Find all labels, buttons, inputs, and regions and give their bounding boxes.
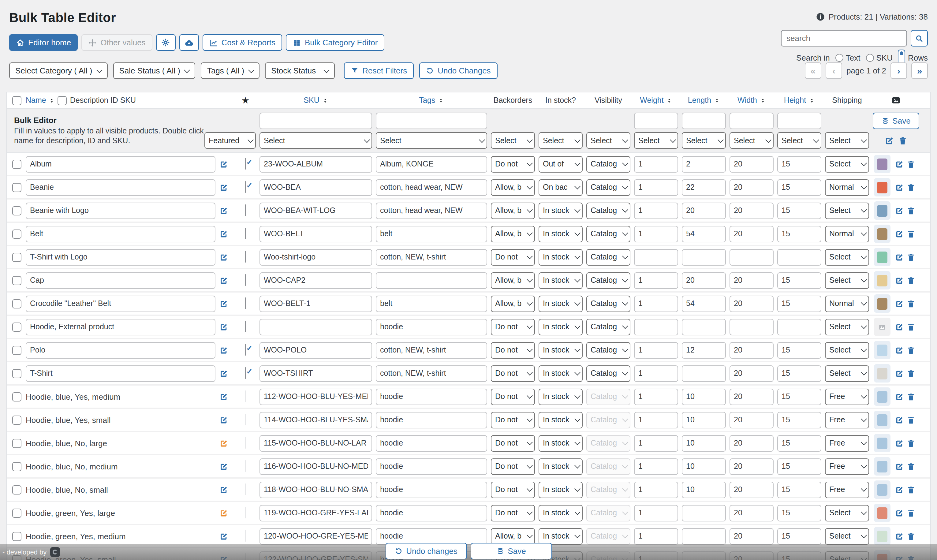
tags-input[interactable]	[376, 365, 487, 382]
backorders-select[interactable]: Allow, b	[491, 202, 535, 219]
visibility-select[interactable]: Catalog	[586, 179, 630, 195]
length-input[interactable]	[682, 435, 726, 451]
visibility-select[interactable]: Catalog	[586, 156, 630, 172]
length-input[interactable]	[682, 202, 726, 219]
height-input[interactable]	[777, 505, 821, 521]
product-name-input[interactable]	[26, 272, 215, 289]
row-trash-icon[interactable]	[906, 183, 915, 192]
shipping-select[interactable]: Select	[825, 249, 869, 265]
bulk-shipping-select[interactable]: Select	[825, 132, 869, 149]
row-trash-icon[interactable]	[906, 276, 915, 285]
backorders-select[interactable]: Allow, b	[491, 226, 535, 242]
height-input[interactable]	[777, 458, 821, 475]
backorders-select[interactable]: Do not	[491, 482, 535, 498]
product-name-input[interactable]	[26, 226, 215, 242]
stock-select[interactable]: Out of	[539, 156, 583, 172]
row-trash-icon[interactable]	[906, 392, 915, 401]
column-height[interactable]: Height	[784, 96, 806, 105]
bulk-stock-select[interactable]: Select	[539, 132, 583, 149]
featured-checkbox[interactable]	[245, 321, 246, 332]
bulk-width-input[interactable]	[729, 112, 774, 129]
visibility-select[interactable]: Catalog	[586, 318, 630, 335]
category-filter[interactable]: Select Category ( All )	[9, 62, 108, 79]
visibility-select[interactable]: Catalog	[586, 249, 630, 265]
sort-icon[interactable]	[667, 97, 672, 104]
bulk-tags-input[interactable]	[376, 112, 487, 129]
sku-input[interactable]	[260, 295, 372, 312]
bulk-edit-icon[interactable]	[885, 135, 894, 145]
row-checkbox[interactable]	[12, 369, 22, 378]
backorders-select[interactable]: Allow, b	[491, 179, 535, 195]
width-input[interactable]	[729, 179, 774, 195]
sort-icon[interactable]	[809, 97, 815, 104]
row-checkbox[interactable]	[12, 229, 22, 238]
length-input[interactable]	[682, 482, 726, 498]
prev-page-button[interactable]: ‹	[826, 62, 842, 79]
sku-input[interactable]	[260, 202, 372, 219]
product-thumbnail[interactable]	[874, 364, 890, 383]
sku-input[interactable]	[260, 249, 372, 265]
weight-input[interactable]	[634, 435, 678, 451]
bulk-sku-input[interactable]	[260, 112, 372, 129]
featured-checkbox[interactable]	[245, 251, 246, 263]
tags-input[interactable]	[376, 528, 487, 545]
featured-checkbox[interactable]	[245, 437, 246, 449]
weight-input[interactable]	[634, 342, 678, 358]
stock-select[interactable]: In stock	[539, 482, 583, 498]
product-name-input[interactable]	[26, 365, 215, 382]
product-thumbnail[interactable]	[874, 341, 890, 359]
edit-icon[interactable]	[219, 369, 228, 378]
backorders-select[interactable]: Do not	[491, 388, 535, 405]
row-edit-icon[interactable]	[895, 462, 904, 471]
bulk-visibility-select[interactable]: Select	[586, 132, 630, 149]
height-input[interactable]	[777, 202, 821, 219]
sku-input[interactable]	[260, 435, 372, 451]
bulk-category-editor-button[interactable]: Bulk Category Editor	[286, 34, 385, 51]
row-checkbox[interactable]	[12, 299, 22, 308]
select-all-checkbox[interactable]	[12, 96, 22, 105]
visibility-select[interactable]: Catalog	[586, 458, 630, 475]
sort-icon[interactable]	[760, 97, 766, 104]
tags-input[interactable]	[376, 179, 487, 195]
shipping-select[interactable]: Select	[825, 156, 869, 172]
edit-icon[interactable]	[219, 485, 228, 494]
reset-filters-button[interactable]: Reset Filters	[344, 62, 414, 79]
bulk-weight-input[interactable]	[634, 112, 678, 129]
featured-checkbox[interactable]	[245, 414, 246, 425]
row-checkbox[interactable]	[12, 183, 22, 192]
tags-input[interactable]	[376, 226, 487, 242]
stock-select[interactable]: In stock	[539, 412, 583, 428]
stock-status-filter[interactable]: Stock Status	[265, 62, 335, 79]
product-name-input[interactable]	[26, 295, 215, 312]
shipping-select[interactable]: Free	[825, 412, 869, 428]
length-input[interactable]	[682, 388, 726, 405]
sku-input[interactable]	[260, 505, 372, 521]
column-length[interactable]: Length	[688, 96, 711, 105]
length-input[interactable]	[682, 249, 726, 265]
width-input[interactable]	[729, 482, 774, 498]
weight-input[interactable]	[634, 249, 678, 265]
row-edit-icon[interactable]	[895, 322, 904, 331]
search-button[interactable]	[911, 30, 928, 46]
stock-select[interactable]: In stock	[539, 435, 583, 451]
height-input[interactable]	[777, 295, 821, 312]
width-input[interactable]	[729, 156, 774, 172]
row-checkbox[interactable]	[12, 508, 22, 517]
row-trash-icon[interactable]	[906, 485, 915, 494]
edit-icon[interactable]	[219, 532, 228, 541]
sku-input[interactable]	[260, 318, 372, 335]
tags-input[interactable]	[376, 482, 487, 498]
tags-input[interactable]	[376, 388, 487, 405]
row-edit-icon[interactable]	[895, 299, 904, 308]
settings-button[interactable]	[156, 34, 175, 51]
featured-checkbox[interactable]	[245, 274, 246, 286]
backorders-select[interactable]: Do not	[491, 412, 535, 428]
weight-input[interactable]	[634, 272, 678, 289]
shipping-select[interactable]: Select	[825, 365, 869, 382]
cost-reports-button[interactable]: Cost & Reports	[203, 34, 282, 51]
featured-checkbox[interactable]	[245, 391, 246, 402]
radio-sku[interactable]	[866, 54, 874, 62]
row-edit-icon[interactable]	[895, 206, 904, 215]
row-trash-icon[interactable]	[906, 462, 915, 471]
visibility-select[interactable]: Catalog	[586, 272, 630, 289]
